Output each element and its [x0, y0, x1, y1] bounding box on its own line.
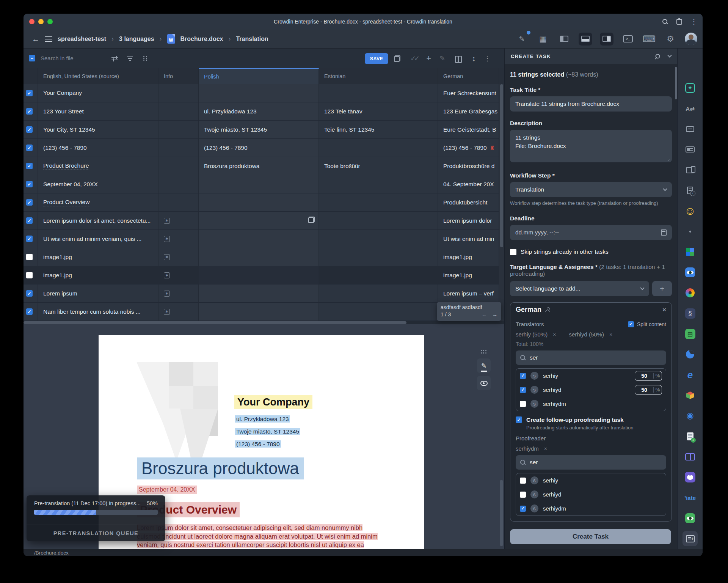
- doc-plus-extension-icon[interactable]: [682, 429, 698, 444]
- assignee-checkbox[interactable]: ✓: [520, 506, 526, 512]
- row-checkbox[interactable]: [26, 254, 33, 260]
- assignee-checkbox[interactable]: ✓: [520, 373, 526, 379]
- table-row[interactable]: image1.jpg∗image1.jpg: [24, 248, 504, 266]
- extensions-icon[interactable]: [676, 19, 682, 25]
- workflow-step-select[interactable]: Translation: [510, 182, 672, 197]
- followup-checkbox[interactable]: ✓: [516, 416, 522, 423]
- deadline-input[interactable]: dd.mm.yyyy, --:--: [510, 225, 672, 240]
- preview-doc-date[interactable]: September 04, 20XX: [137, 486, 197, 494]
- media-eye-extension-icon[interactable]: ◉: [682, 408, 698, 423]
- string-info-icon[interactable]: ∗: [164, 291, 170, 297]
- dot-icon[interactable]: [682, 224, 698, 239]
- color-wheel-extension-icon[interactable]: [682, 285, 698, 300]
- breadcrumb-file[interactable]: Brochure.docx: [180, 36, 223, 42]
- create-task-panel-icon[interactable]: [682, 531, 698, 546]
- layout-right-panel-icon[interactable]: [600, 33, 613, 46]
- table-row[interactable]: ✓(123) 456 - 7890(123) 456 - 7890(123) 4…: [24, 139, 504, 157]
- preview-doc-paragraph[interactable]: Lorem ipsum dolor sit amet, consectetuer…: [137, 523, 386, 549]
- column-header-info[interactable]: Info: [158, 68, 199, 84]
- description-textarea[interactable]: 11 strings File: Brochure.docx: [510, 130, 672, 162]
- filter-icon[interactable]: [125, 53, 135, 63]
- create-task-button[interactable]: Create Task: [510, 529, 671, 544]
- assignee-checkbox[interactable]: [520, 401, 526, 407]
- console-icon[interactable]: >_: [621, 33, 635, 46]
- assignee-option[interactable]: ✓sserhiydm: [516, 501, 666, 515]
- translator-search-input[interactable]: ser: [516, 350, 666, 365]
- proofreader-search-input[interactable]: ser: [516, 455, 666, 470]
- row-checkbox[interactable]: [26, 272, 33, 278]
- table-row[interactable]: ✓Product BrochureBroszura produktowaToot…: [24, 157, 504, 175]
- pin-panel-icon[interactable]: [653, 52, 661, 60]
- duplicate-suggestion-icon[interactable]: [308, 217, 315, 225]
- preview-scrollbar[interactable]: [500, 480, 503, 546]
- percent-input[interactable]: 50%: [635, 385, 662, 395]
- assignee-option[interactable]: ✓sserhiyd50%: [516, 383, 666, 397]
- row-checkbox[interactable]: ✓: [26, 199, 33, 206]
- blue-eye-extension-icon[interactable]: [682, 265, 698, 280]
- assignee-checkbox[interactable]: [520, 492, 526, 498]
- split-content-checkbox[interactable]: ✓: [628, 321, 634, 327]
- preview-address-line[interactable]: (123) 456 - 7890: [235, 441, 281, 448]
- color-squares-extension-icon[interactable]: [682, 244, 698, 259]
- row-checkbox[interactable]: ✓: [26, 126, 33, 133]
- section-sign-extension-icon[interactable]: §: [682, 306, 698, 321]
- breadcrumb-step[interactable]: Translation: [236, 36, 268, 42]
- remove-language-icon[interactable]: ×: [662, 306, 666, 314]
- table-row[interactable]: ✓Nam liber tempor cum soluta nobis ...∗: [24, 303, 504, 321]
- assignee-checkbox[interactable]: ✓: [520, 387, 526, 393]
- remove-tag-icon[interactable]: ×: [544, 446, 547, 452]
- skip-strings-checkbox[interactable]: [510, 249, 516, 255]
- editor-mode-icon[interactable]: ✎: [515, 33, 529, 46]
- bird-extension-icon[interactable]: [682, 347, 698, 362]
- assignee-checkbox[interactable]: [520, 478, 526, 484]
- copy-source-icon[interactable]: [392, 53, 402, 63]
- machine-translation-icon[interactable]: A⇄: [682, 101, 698, 116]
- chevron-down-icon[interactable]: [667, 53, 672, 57]
- pretranslation-queue-button[interactable]: PRE-TRANSLATION QUEUE: [27, 525, 165, 541]
- row-checkbox[interactable]: ✓: [26, 90, 33, 96]
- reader-pages-extension-icon[interactable]: [682, 449, 698, 464]
- preview-address-line[interactable]: Twoje miasto, ST 12345: [235, 428, 300, 435]
- preview-visibility-button[interactable]: [477, 376, 491, 390]
- table-row[interactable]: ✓Lorem ipsum∗Lorem ipsum – verf: [24, 284, 504, 303]
- column-header-source[interactable]: English, United States (source): [38, 68, 158, 84]
- table-vertical-scrollbar[interactable]: [499, 84, 504, 321]
- cube-extension-icon[interactable]: [682, 388, 698, 403]
- string-info-icon[interactable]: ∗: [164, 272, 170, 278]
- filter-settings-icon[interactable]: [110, 53, 120, 63]
- green-eye-extension-icon[interactable]: [682, 511, 698, 526]
- calendar-icon[interactable]: [661, 229, 667, 236]
- row-checkbox[interactable]: ✓: [26, 217, 33, 224]
- layout-bottom-panel-icon[interactable]: [579, 33, 592, 46]
- string-info-icon[interactable]: ∗: [164, 309, 170, 315]
- preview-edit-button[interactable]: ✎: [477, 358, 491, 373]
- remove-tag-icon[interactable]: ×: [553, 332, 556, 338]
- table-row[interactable]: ✓Ut wisi enim ad minim veniam, quis ...∗…: [24, 230, 504, 248]
- table-row[interactable]: ✓Lorem ipsum dolor sit amet, consectetu.…: [24, 212, 504, 230]
- table-row[interactable]: ✓Your CompanyEuer Schreckensunt: [24, 84, 504, 102]
- table-row[interactable]: ✓Your City, ST 12345Twoje miasto, ST 123…: [24, 121, 504, 139]
- column-header-german[interactable]: German: [438, 68, 499, 84]
- glossary-book-icon[interactable]: [682, 162, 698, 178]
- row-checkbox[interactable]: ✓: [26, 290, 33, 297]
- ai-assistant-icon[interactable]: ✦: [682, 80, 698, 96]
- breadcrumb-languages[interactable]: 3 languages: [119, 36, 154, 42]
- row-checkbox[interactable]: ✓: [26, 181, 33, 187]
- expand-rows-icon[interactable]: ↕: [472, 55, 475, 62]
- split-view-icon[interactable]: [453, 53, 463, 63]
- row-checkbox[interactable]: ✓: [26, 108, 33, 115]
- task-title-input[interactable]: Translate 11 strings from Brochure.docx: [510, 96, 672, 112]
- string-info-icon[interactable]: ∗: [164, 254, 170, 260]
- table-row[interactable]: ✓Product OverviewProduktübersicht –: [24, 193, 504, 212]
- string-info-icon[interactable]: ∗: [164, 236, 170, 242]
- row-checkbox[interactable]: ✓: [26, 145, 33, 151]
- settings-gear-icon[interactable]: ⚙: [664, 33, 677, 46]
- assignee-option[interactable]: sserhiydm: [516, 397, 666, 411]
- table-horizontal-scrollbar[interactable]: [24, 321, 504, 324]
- select-all-checkbox[interactable]: –: [29, 55, 35, 61]
- prev-page-icon[interactable]: ←: [482, 311, 487, 317]
- columns-options-icon[interactable]: [140, 53, 150, 63]
- browser-zoom-icon[interactable]: [662, 19, 668, 25]
- grid-view-icon[interactable]: ▦: [536, 33, 550, 46]
- keyboard-shortcuts-icon[interactable]: ⌨: [642, 33, 656, 46]
